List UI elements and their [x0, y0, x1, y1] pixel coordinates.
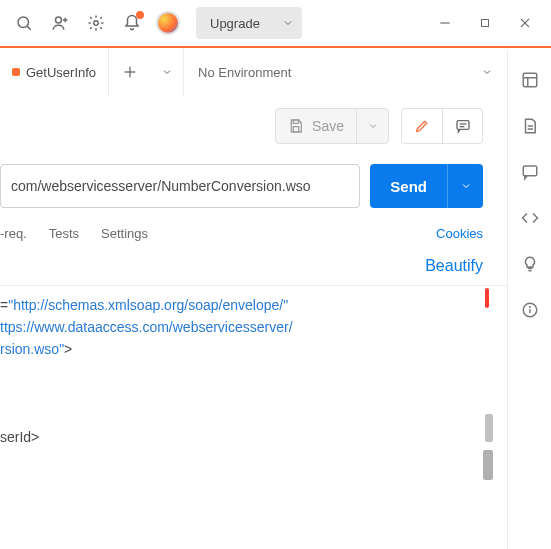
code-line: serId>	[0, 426, 507, 448]
lightbulb-icon[interactable]	[518, 252, 542, 276]
code-line	[0, 360, 507, 382]
url-row: Send	[0, 156, 507, 216]
svg-point-2	[56, 17, 62, 23]
maximize-button[interactable]	[467, 7, 503, 39]
code-line	[0, 404, 507, 426]
code-icon[interactable]	[518, 206, 542, 230]
upgrade-group: Upgrade	[196, 7, 302, 39]
code-line	[0, 382, 507, 404]
cookies-link[interactable]: Cookies	[436, 226, 483, 241]
minimize-button[interactable]	[427, 7, 463, 39]
error-marker	[485, 288, 489, 308]
request-subtabs: -req. Tests Settings Cookies	[0, 216, 507, 251]
bell-icon[interactable]	[116, 7, 148, 39]
scrollbar-thumb[interactable]	[483, 450, 493, 480]
scrollbar-thumb[interactable]	[485, 414, 493, 442]
code-line: rsion.wso">	[0, 338, 507, 360]
beautify-link[interactable]: Beautify	[425, 257, 483, 275]
save-dropdown[interactable]	[356, 109, 388, 143]
right-rail	[507, 50, 551, 549]
env-quicklook-icon[interactable]	[518, 68, 542, 92]
subtab-tests[interactable]: Tests	[49, 226, 79, 241]
subtab-settings[interactable]: Settings	[101, 226, 148, 241]
send-group: Send	[370, 164, 483, 208]
new-tab-group	[109, 48, 184, 96]
tabs-row: GetUserInfo No Environment	[0, 48, 507, 96]
save-button[interactable]: Save	[276, 109, 356, 143]
send-button[interactable]: Send	[370, 164, 447, 208]
request-toolbar: Save	[0, 96, 507, 156]
upgrade-dropdown[interactable]	[274, 7, 302, 39]
window-controls	[427, 7, 543, 39]
code-line: ="http://schemas.xmlsoap.org/soap/envelo…	[0, 294, 507, 316]
svg-rect-12	[293, 120, 298, 123]
svg-point-25	[529, 307, 530, 308]
edit-icon[interactable]	[402, 109, 442, 143]
info-icon[interactable]	[518, 298, 542, 322]
svg-rect-14	[457, 121, 469, 130]
upgrade-button[interactable]: Upgrade	[196, 7, 274, 39]
search-icon[interactable]	[8, 7, 40, 39]
notification-dot	[136, 11, 144, 19]
url-input[interactable]	[1, 178, 359, 194]
svg-point-5	[94, 21, 99, 26]
beautify-row: Beautify	[0, 251, 507, 285]
svg-point-0	[18, 17, 29, 28]
body-editor[interactable]: ="http://schemas.xmlsoap.org/soap/envelo…	[0, 285, 507, 485]
view-toggle-group	[401, 108, 483, 144]
comment-icon[interactable]	[442, 109, 482, 143]
topbar-icons: Upgrade	[8, 7, 302, 39]
svg-rect-7	[482, 20, 489, 27]
avatar-icon[interactable]	[152, 7, 184, 39]
send-dropdown[interactable]	[447, 164, 483, 208]
new-tab-button[interactable]	[109, 48, 151, 96]
save-group: Save	[275, 108, 389, 144]
url-input-wrap	[0, 164, 360, 208]
chevron-down-icon	[481, 66, 493, 78]
title-bar: Upgrade	[0, 0, 551, 48]
tab-options-dropdown[interactable]	[151, 48, 183, 96]
close-button[interactable]	[507, 7, 543, 39]
subtab-prereq[interactable]: -req.	[0, 226, 27, 241]
code-line: ttps://www.dataaccess.com/webservicesser…	[0, 316, 507, 338]
main-area: GetUserInfo No Environment Save	[0, 48, 507, 485]
svg-rect-17	[523, 73, 537, 87]
tab-label: GetUserInfo	[26, 65, 96, 80]
invite-icon[interactable]	[44, 7, 76, 39]
modified-dot-icon	[12, 68, 20, 76]
documentation-icon[interactable]	[518, 114, 542, 138]
environment-label: No Environment	[198, 65, 291, 80]
environment-selector[interactable]: No Environment	[184, 48, 507, 96]
svg-rect-22	[523, 166, 537, 176]
comments-icon[interactable]	[518, 160, 542, 184]
svg-line-1	[27, 26, 30, 29]
tab-getuserinfo[interactable]: GetUserInfo	[0, 48, 109, 96]
save-label: Save	[312, 118, 344, 134]
gear-icon[interactable]	[80, 7, 112, 39]
svg-rect-13	[293, 127, 298, 132]
